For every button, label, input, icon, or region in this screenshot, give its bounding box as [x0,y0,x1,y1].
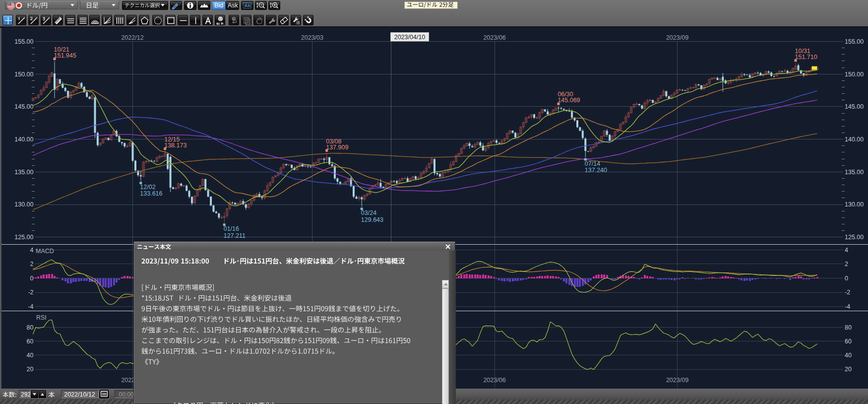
svg-text:125.00: 125.00 [14,234,33,241]
svg-text:MACD: MACD [36,248,54,255]
svg-text:20: 20 [27,366,34,373]
svg-text:133.616: 133.616 [140,190,162,197]
svg-text:155.00: 155.00 [845,38,864,45]
svg-text:-4: -4 [845,303,850,310]
svg-text:01/16: 01/16 [224,225,239,232]
svg-text:137.909: 137.909 [326,144,348,151]
svg-text:4: 4 [30,247,34,254]
svg-text:4: 4 [845,247,848,254]
svg-text:2023/06: 2023/06 [483,34,505,41]
svg-text:2: 2 [845,261,848,268]
svg-text:151.945: 151.945 [54,52,76,59]
svg-text:60: 60 [27,338,34,345]
svg-text:135.00: 135.00 [845,169,864,176]
svg-text:145.00: 145.00 [845,103,864,110]
svg-text:2023/04/10: 2023/04/10 [394,34,426,41]
svg-text:137.240: 137.240 [585,167,607,174]
svg-text:145.00: 145.00 [14,103,33,110]
svg-text:2023/09: 2023/09 [666,377,688,384]
svg-text:-2: -2 [845,289,850,296]
svg-text:0: 0 [30,275,34,282]
svg-text:2023/03: 2023/03 [301,34,323,41]
svg-text:125.00: 125.00 [845,234,864,241]
svg-text:151.710: 151.710 [795,54,817,61]
svg-text:129.643: 129.643 [361,216,383,223]
svg-text:12/02: 12/02 [140,184,155,191]
svg-text:150.00: 150.00 [14,71,33,78]
svg-text:03/24: 03/24 [361,209,376,216]
svg-text:135.00: 135.00 [14,169,33,176]
svg-text:2023/06: 2023/06 [483,377,505,384]
svg-text:2022/12: 2022/12 [121,34,143,41]
svg-text:130.00: 130.00 [845,201,864,208]
svg-text:80: 80 [845,324,852,331]
svg-text:155.00: 155.00 [14,38,33,45]
svg-text:RSI: RSI [36,314,47,321]
svg-text:-4: -4 [28,303,33,310]
svg-text:130.00: 130.00 [14,201,33,208]
svg-text:40: 40 [27,352,34,359]
svg-text:140.00: 140.00 [14,136,33,143]
svg-text:80: 80 [27,324,34,331]
svg-text:07/14: 07/14 [585,160,600,167]
svg-text:150.00: 150.00 [845,71,864,78]
svg-text:60: 60 [845,338,852,345]
svg-text:145.069: 145.069 [558,97,580,104]
svg-text:2: 2 [30,261,34,268]
svg-text:138.173: 138.173 [164,142,186,149]
svg-text:-2: -2 [28,289,33,296]
svg-text:2023/09: 2023/09 [666,34,688,41]
svg-text:127.211: 127.211 [224,232,246,239]
svg-text:0: 0 [845,275,848,282]
svg-text:40: 40 [845,352,852,359]
svg-text:20: 20 [845,366,852,373]
svg-text:140.00: 140.00 [845,136,864,143]
